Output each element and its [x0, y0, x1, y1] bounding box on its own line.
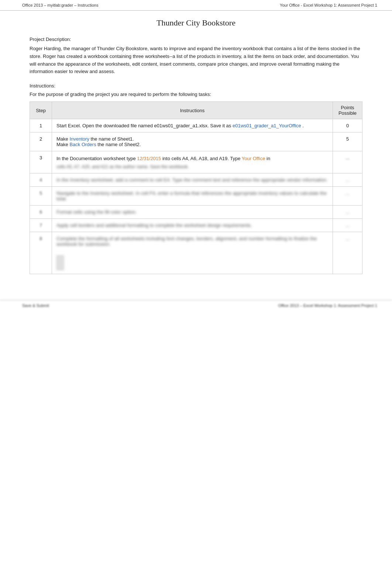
inventory-link[interactable]: Inventory — [69, 136, 89, 142]
instruction-text: Navigate to the Inventory worksheet. In … — [56, 190, 327, 201]
step-instruction: Navigate to the Inventory worksheet. In … — [52, 186, 333, 205]
step-number: 6 — [30, 205, 52, 218]
step-number: 3 — [30, 151, 52, 173]
step-instruction: Complete the formatting of all worksheet… — [52, 232, 333, 274]
instruction-text: Apply cell borders and additional format… — [56, 223, 252, 228]
footer-left: Save & Submit — [22, 303, 49, 308]
instruction-suffix: . — [301, 123, 304, 128]
table-row: 3 In the Documentation worksheet type 12… — [30, 151, 362, 173]
step-points: ... — [333, 173, 362, 186]
main-content: Thunder City Bookstore Project Descripti… — [0, 11, 392, 289]
step-number: 5 — [30, 186, 52, 205]
step-number: 8 — [30, 232, 52, 274]
instruction-text: in — [265, 156, 270, 161]
instruction-text: Format cells using the fill color option… — [56, 209, 137, 215]
step-instruction: In the Documentation worksheet type 12/3… — [52, 151, 333, 173]
table-row: 1 Start Excel. Open the downloaded file … — [30, 119, 362, 132]
page-title: Thunder City Bookstore — [30, 18, 362, 28]
header-right: Your Office - Excel Workshop 1: Assessme… — [280, 3, 377, 7]
description-text: Roger Harding, the manager of Thunder Ci… — [30, 45, 362, 76]
instruction-text: Complete the formatting of all worksheet… — [56, 236, 317, 247]
table-row: 8 Complete the formatting of all workshe… — [30, 232, 362, 274]
instructions-label: Instructions: — [30, 83, 362, 89]
step-points: ... — [333, 151, 362, 173]
project-description-label: Project Description: — [30, 37, 362, 42]
step-points: ... — [333, 205, 362, 218]
step-instruction: In the Inventory worksheet, add a commen… — [52, 173, 333, 186]
instruction-text: Start Excel. Open the downloaded file na… — [56, 123, 233, 128]
table-header-row: Step Instructions PointsPossible — [30, 102, 362, 119]
table-row: 5 Navigate to the Inventory worksheet. I… — [30, 186, 362, 205]
file-link[interactable]: e01ws01_grader_a1_YourOffice — [233, 123, 301, 128]
step-points: 5 — [333, 132, 362, 151]
footer-bar: Save & Submit Office 2013 – Excel Worksh… — [0, 300, 392, 311]
instructions-intro: For the purpose of grading the project y… — [30, 92, 362, 97]
step-points: 0 — [333, 119, 362, 132]
col-header-points: PointsPossible — [333, 102, 362, 119]
table-row: 2 Make Inventory the name of Sheet1. Mak… — [30, 132, 362, 151]
instruction-text: the name of Sheet1. — [89, 136, 134, 142]
step-number: 7 — [30, 218, 52, 232]
col-header-step: Step — [30, 102, 52, 119]
step-number: 1 — [30, 119, 52, 132]
step-points: ... — [333, 232, 362, 274]
header-bar: Office 2013 – myitlab:grader – Instructi… — [0, 0, 392, 11]
header-left: Office 2013 – myitlab:grader – Instructi… — [22, 3, 98, 7]
instruction-text: In the Inventory worksheet, add a commen… — [56, 177, 328, 183]
step-instruction: Apply cell borders and additional format… — [52, 218, 333, 232]
steps-table: Step Instructions PointsPossible 1 Start… — [30, 101, 362, 274]
back-orders-link[interactable]: Back Orders — [69, 142, 96, 147]
step-points: ... — [333, 218, 362, 232]
instruction-text: In the Documentation worksheet type — [56, 156, 137, 161]
step-points: ... — [333, 186, 362, 205]
footer-right: Office 2013 – Excel Workshop 1: Assessme… — [278, 303, 377, 308]
instruction-text: into cells A4, A6, A18, and A19. Type — [161, 156, 242, 161]
instruction-text: the name of Sheet2. — [96, 142, 141, 147]
table-row: 7 Apply cell borders and additional form… — [30, 218, 362, 232]
step-instruction: Make Inventory the name of Sheet1. Make … — [52, 132, 333, 151]
step-instruction: Start Excel. Open the downloaded file na… — [52, 119, 333, 132]
placeholder-image — [56, 255, 64, 270]
instruction-text: Make — [56, 136, 69, 142]
date-highlight: 12/31/2015 — [137, 156, 161, 161]
youroffice-highlight: Your Office — [242, 156, 265, 161]
step3-blurred-continuation: cells A5, A7, A20, and A21 as the author… — [56, 164, 328, 169]
instruction-text: Make — [56, 142, 69, 147]
step-number: 2 — [30, 132, 52, 151]
table-row: 6 Format cells using the fill color opti… — [30, 205, 362, 218]
table-row: 4 In the Inventory worksheet, add a comm… — [30, 173, 362, 186]
step-number: 4 — [30, 173, 52, 186]
col-header-instructions: Instructions — [52, 102, 333, 119]
step-instruction: Format cells using the fill color option… — [52, 205, 333, 218]
step3-instruction-text: In the Documentation worksheet type 12/3… — [56, 155, 328, 163]
